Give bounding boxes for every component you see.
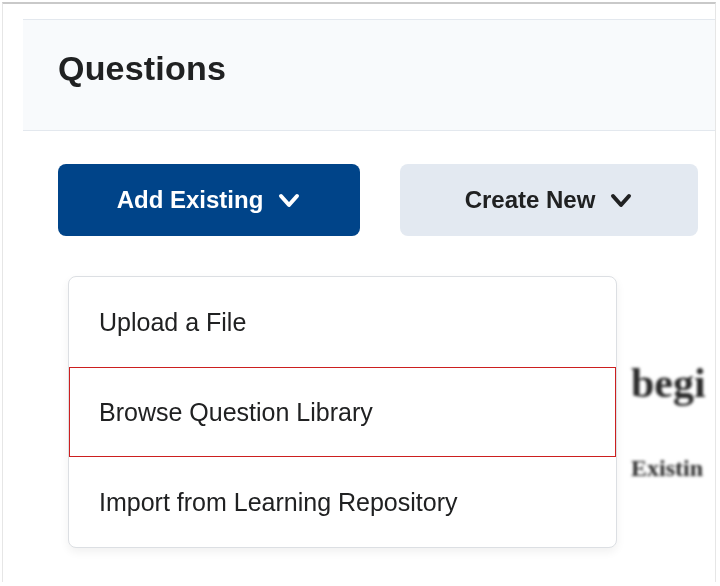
dropdown-item-import-learning-repository[interactable]: Import from Learning Repository [69, 457, 616, 547]
dropdown-item-label: Upload a File [99, 308, 246, 337]
create-new-button[interactable]: Create New [400, 164, 698, 236]
panel-frame: Questions Add Existing Create New begi E… [2, 2, 716, 582]
dropdown-item-browse-question-library[interactable]: Browse Question Library [69, 367, 616, 457]
background-text-fragment: begi [631, 359, 706, 407]
section-title: Questions [58, 49, 226, 88]
chevron-down-icon [277, 188, 301, 212]
add-existing-label: Add Existing [117, 186, 264, 214]
add-existing-button[interactable]: Add Existing [58, 164, 360, 236]
background-text-fragment: Existin [631, 455, 703, 482]
add-existing-dropdown: Upload a File Browse Question Library Im… [68, 276, 617, 548]
dropdown-item-label: Browse Question Library [99, 398, 373, 427]
create-new-label: Create New [465, 186, 596, 214]
chevron-down-icon [609, 188, 633, 212]
dropdown-item-upload-file[interactable]: Upload a File [69, 277, 616, 367]
action-button-row: Add Existing Create New [58, 164, 698, 236]
dropdown-item-label: Import from Learning Repository [99, 488, 457, 517]
